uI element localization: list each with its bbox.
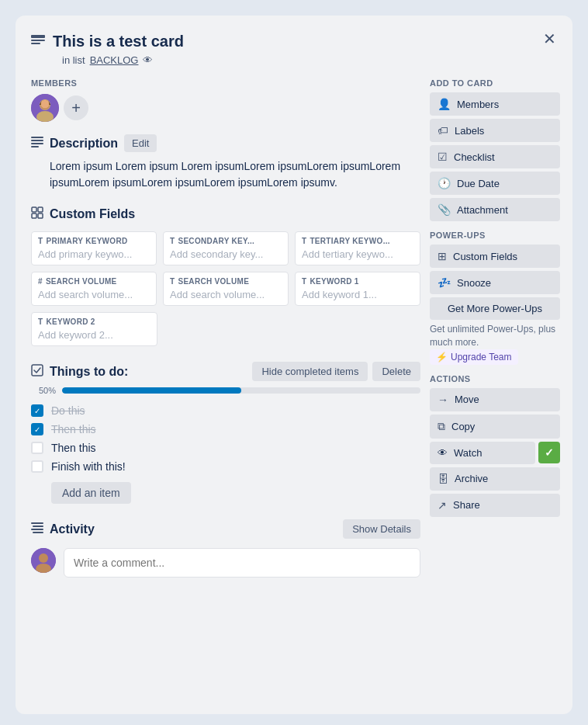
modal-header: This is a test card [31,31,560,51]
card-modal: This is a test card in list BACKLOG 👁 ✕ … [16,16,572,714]
share-icon: ↗ [438,499,447,512]
upgrade-box: Get unlimited Power-Ups, plus much more.… [430,323,560,365]
add-member-button[interactable]: + [64,95,88,120]
cf-value-tertiary: Add tertiary keywo... [302,248,413,260]
get-more-power-ups-button[interactable]: Get More Power-Ups [430,297,560,320]
person-icon: 👤 [438,98,451,110]
close-icon: ✕ [543,29,556,48]
label-icon: 🏷 [438,124,448,137]
svg-rect-18 [33,526,43,527]
checklist-actions: Hide completed items Delete [252,362,420,381]
description-title: Description [50,137,118,151]
add-to-card-label: ADD TO CARD [430,78,560,88]
members-button[interactable]: 👤 Members [430,92,560,116]
svg-rect-11 [31,146,39,147]
in-list-text: in list [62,54,85,66]
archive-button[interactable]: 🗄 Archive [430,467,560,491]
checklist-item: Then this [31,439,420,457]
checkbox-1[interactable] [31,404,43,417]
close-button[interactable]: ✕ [537,26,562,51]
svg-rect-10 [31,143,43,144]
cf-label-sv1: # SEARCH VOLUME [38,277,150,286]
snooze-button[interactable]: 💤 Snooze [430,271,560,294]
checklist-header: Things to do: Hide completed items Delet… [31,362,420,381]
show-details-button[interactable]: Show Details [343,519,420,539]
list-name-link[interactable]: BACKLOG [90,54,139,66]
right-panel: ADD TO CARD 👤 Members 🏷 Labels ☑ Checkli… [430,78,560,578]
svg-rect-8 [31,137,43,138]
archive-icon: 🗄 [438,473,448,485]
checklist-items: Do this Then this Then this Finish with … [31,401,420,476]
cf-label-secondary: T SECONDARY KEY... [170,237,282,245]
checklist-icon [31,364,43,380]
cf-value-secondary: Add secondary key... [170,248,282,260]
move-icon: → [438,394,448,406]
cf-field-secondary-keyword[interactable]: T SECONDARY KEY... Add secondary key... [163,231,289,265]
item-text-3: Then this [51,442,96,454]
edit-description-button[interactable]: Edit [124,134,157,152]
add-item-button[interactable]: Add an item [51,482,131,504]
cf-label-kw2: T KEYWORD 2 [38,317,150,326]
cf-field-keyword1[interactable]: T KEYWORD 1 Add keyword 1... [295,272,420,306]
checkbox-3[interactable] [31,442,43,454]
cf-field-search-volume-1[interactable]: # SEARCH VOLUME Add search volume... [31,272,157,306]
due-date-button[interactable]: 🕐 Due Date [430,172,560,195]
card-list-ref: in list BACKLOG 👁 [62,54,560,66]
cf-type-icon: T [170,277,175,286]
cf-type-icon: T [170,237,175,245]
custom-fields-section: Custom Fields T PRIMARY KEYWORD Add prim… [31,206,420,346]
cf-field-keyword2[interactable]: T KEYWORD 2 Add keyword 2... [31,312,157,346]
paperclip-icon: 📎 [438,203,451,216]
comment-input[interactable] [64,548,420,578]
avatar[interactable] [31,94,59,122]
custom-fields-header: Custom Fields [31,206,420,222]
cf-value-sv2: Add search volume... [170,289,282,300]
members-label: MEMBERS [31,78,420,88]
clock-icon: 🕐 [438,177,451,189]
watch-button[interactable]: 👁 Watch [430,442,535,464]
card-title: This is a test card [53,31,184,51]
attachment-button[interactable]: 📎 Attachment [430,198,560,221]
svg-rect-14 [32,213,36,218]
move-button[interactable]: → Move [430,388,560,411]
checkbox-2[interactable] [31,423,43,435]
svg-rect-15 [38,213,43,218]
custom-fields-title: Custom Fields [50,207,135,221]
copy-button[interactable]: ⧉ Copy [430,415,560,439]
plus-icon: + [71,99,81,117]
description-header: Description Edit [31,134,420,152]
cf-type-icon: T [302,277,306,286]
custom-fields-power-up-button[interactable]: ⊞ Custom Fields [430,245,560,268]
svg-rect-17 [31,522,43,524]
activity-section: Activity Show Details [31,519,420,578]
cf-field-search-volume-2[interactable]: T SEARCH VOLUME Add search volume... [163,272,289,306]
add-to-card-section: ADD TO CARD 👤 Members 🏷 Labels ☑ Checkli… [430,78,560,221]
svg-rect-20 [33,532,43,533]
checklist-button[interactable]: ☑ Checklist [430,145,560,168]
power-ups-label: POWER-UPS [430,231,560,240]
share-button[interactable]: ↗ Share [430,494,560,517]
svg-rect-2 [31,43,40,44]
actions-label: ACTIONS [430,374,560,383]
hide-completed-button[interactable]: Hide completed items [252,362,368,381]
upgrade-icon: ⚡ [436,352,448,362]
cf-value-sv1: Add search volume... [38,289,150,300]
description-section: Description Edit Lorem ipsum Lorem ipsum… [31,134,420,191]
watch-row: 👁 Watch [430,442,560,464]
labels-button[interactable]: 🏷 Labels [430,119,560,142]
upgrade-team-button[interactable]: ⚡ Upgrade Team [430,349,518,365]
delete-checklist-button[interactable]: Delete [372,362,420,381]
cf-label-tertiary: T TERTIARY KEYWO... [302,237,413,245]
cf-label-kw1: T KEYWORD 1 [302,277,413,286]
cf-type-icon: T [302,237,306,245]
custom-fields-icon [31,206,43,222]
cf-field-tertiary-keyword[interactable]: T TERTIARY KEYWO... Add tertiary keywo..… [295,231,420,265]
checkbox-4[interactable] [31,460,43,473]
actions-section: ACTIONS → Move ⧉ Copy 👁 Watch [430,374,560,517]
watch-active-indicator[interactable] [538,442,560,463]
cf-field-primary-keyword[interactable]: T PRIMARY KEYWORD Add primary keywo... [31,231,157,265]
cf-label-sv2: T SEARCH VOLUME [170,277,282,286]
custom-fields-icon-right: ⊞ [438,250,447,262]
card-icon [31,33,45,50]
item-text-1: Do this [51,404,85,417]
